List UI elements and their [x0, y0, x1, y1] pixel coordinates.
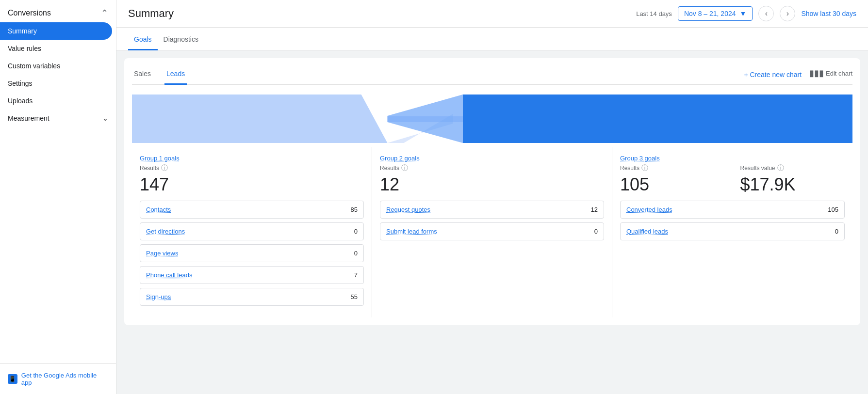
group2-item-submit-lead-forms: Submit lead forms 0 [380, 222, 604, 240]
chart-tabs-left: Sales Leads [132, 66, 187, 84]
group3-item-qualified-leads: Qualified leads 0 [620, 222, 845, 240]
mobile-icon: 📱 [8, 374, 17, 384]
goals-row: Group 1 goals Results ⓘ 147 Contacts 85 [132, 147, 852, 317]
group1-item-contacts: Contacts 85 [140, 201, 364, 219]
funnel-svg [132, 95, 852, 143]
sidebar-item-measurement[interactable]: Measurement ⌄ [0, 110, 116, 127]
info-icon-group1[interactable]: ⓘ [161, 164, 168, 173]
group1-results-value: 147 [140, 174, 364, 195]
info-icon-group3-value[interactable]: ⓘ [777, 164, 784, 173]
chart-container: Sales Leads + Create new chart ▮▮▮ Edit … [124, 58, 860, 325]
date-range-picker[interactable]: Nov 8 – 21, 2024 ▼ [678, 6, 753, 21]
sidebar-title: Conversions [8, 9, 51, 17]
group3-value-label: Results value ⓘ [740, 164, 845, 173]
submit-lead-forms-label[interactable]: Submit lead forms [386, 228, 437, 235]
group3-item-converted-leads: Converted leads 105 [620, 201, 845, 219]
info-icon-group3[interactable]: ⓘ [641, 164, 648, 173]
group1-item-get-directions: Get directions 0 [140, 222, 364, 240]
group3-results: Results ⓘ 105 [620, 164, 725, 195]
sign-ups-label[interactable]: Sign-ups [146, 293, 171, 300]
sidebar-item-uploads[interactable]: Uploads [0, 92, 112, 110]
group1-item-phone-call-leads: Phone call leads 7 [140, 266, 364, 284]
phone-call-leads-value: 7 [354, 271, 358, 279]
sidebar: Conversions ⌃ Summary Value rules Custom… [0, 0, 116, 394]
tab-diagnostics[interactable]: Diagnostics [158, 28, 204, 50]
group2-title[interactable]: Group 2 goals [380, 155, 604, 162]
main-content: Summary Last 14 days Nov 8 – 21, 2024 ▼ … [116, 0, 868, 394]
chart-tab-leads[interactable]: Leads [164, 66, 187, 85]
page-title: Summary [128, 7, 628, 20]
group1-item-page-views: Page views 0 [140, 244, 364, 262]
tab-goals[interactable]: Goals [128, 28, 158, 50]
sidebar-item-custom-variables[interactable]: Custom variables [0, 57, 112, 75]
group3-items: Converted leads 105 Qualified leads 0 [620, 201, 845, 240]
converted-leads-label[interactable]: Converted leads [626, 206, 672, 213]
group2-items: Request quotes 12 Submit lead forms 0 [380, 201, 604, 240]
contacts-value: 85 [351, 206, 358, 213]
dropdown-arrow-icon: ▼ [740, 10, 747, 17]
group1-item-sign-ups: Sign-ups 55 [140, 288, 364, 306]
group1-results-label: Results ⓘ [140, 164, 364, 173]
group1-col: Group 1 goals Results ⓘ 147 Contacts 85 [132, 147, 372, 317]
svg-marker-4 [388, 95, 463, 143]
get-directions-label[interactable]: Get directions [146, 228, 185, 235]
date-range-value: Nov 8 – 21, 2024 [684, 10, 736, 17]
sidebar-header[interactable]: Conversions ⌃ [0, 4, 116, 22]
group3-dollar-value: $17.9K [740, 174, 845, 195]
chevron-up-icon: ⌃ [101, 8, 108, 18]
content-area: Sales Leads + Create new chart ▮▮▮ Edit … [116, 50, 868, 394]
prev-date-button[interactable]: ‹ [758, 6, 774, 21]
main-tabs: Goals Diagnostics [116, 28, 868, 50]
group1-title[interactable]: Group 1 goals [140, 155, 364, 162]
topbar: Summary Last 14 days Nov 8 – 21, 2024 ▼ … [116, 0, 868, 28]
group2-col: Group 2 goals Results ⓘ 12 Request quote… [372, 147, 612, 317]
group2-item-request-quotes: Request quotes 12 [380, 201, 604, 219]
funnel-chart [132, 85, 852, 143]
topbar-right: Last 14 days Nov 8 – 21, 2024 ▼ ‹ › Show… [636, 6, 856, 21]
page-views-label[interactable]: Page views [146, 250, 178, 257]
phone-call-leads-label[interactable]: Phone call leads [146, 271, 192, 279]
group2-results-label: Results ⓘ [380, 164, 604, 173]
group3-results-label: Results ⓘ [620, 164, 725, 173]
qualified-leads-value: 0 [835, 228, 838, 235]
chart-tabs-header: Sales Leads + Create new chart ▮▮▮ Edit … [132, 66, 852, 85]
sidebar-bottom: 📱 Get the Google Ads mobile app [0, 363, 116, 394]
get-directions-value: 0 [354, 228, 358, 235]
group1-items: Contacts 85 Get directions 0 Page views … [140, 201, 364, 306]
converted-leads-value: 105 [828, 206, 838, 213]
edit-chart-button[interactable]: ▮▮▮ Edit chart [809, 68, 852, 84]
request-quotes-label[interactable]: Request quotes [386, 206, 430, 213]
qualified-leads-label[interactable]: Qualified leads [626, 228, 668, 235]
group3-col: Group 3 goals Results ⓘ 105 [612, 147, 852, 317]
sign-ups-value: 55 [351, 293, 358, 300]
group3-top: Results ⓘ 105 Results value ⓘ $17 [620, 164, 845, 195]
page-views-value: 0 [354, 250, 358, 257]
svg-rect-3 [463, 95, 852, 143]
chevron-down-icon: ⌄ [102, 114, 108, 122]
submit-lead-forms-value: 0 [594, 228, 598, 235]
sidebar-item-value-rules[interactable]: Value rules [0, 40, 112, 57]
chart-tab-sales[interactable]: Sales [132, 66, 153, 85]
next-date-button[interactable]: › [780, 6, 795, 21]
group3-title[interactable]: Group 3 goals [620, 155, 845, 162]
create-new-chart-link[interactable]: + Create new chart [744, 71, 802, 84]
show-last-30-link[interactable]: Show last 30 days [801, 10, 856, 17]
sidebar-item-settings[interactable]: Settings [0, 75, 112, 92]
sidebar-item-summary[interactable]: Summary [0, 22, 112, 40]
request-quotes-value: 12 [591, 206, 598, 213]
mobile-app-link[interactable]: 📱 Get the Google Ads mobile app [8, 372, 108, 386]
contacts-label[interactable]: Contacts [146, 206, 171, 213]
group2-results-value: 12 [380, 174, 604, 195]
info-icon-group2[interactable]: ⓘ [401, 164, 408, 173]
bar-chart-icon: ▮▮▮ [809, 68, 824, 79]
date-range-label: Last 14 days [636, 10, 672, 17]
group3-value: Results value ⓘ $17.9K [740, 164, 845, 195]
group3-results-value: 105 [620, 174, 725, 195]
svg-marker-0 [132, 95, 388, 143]
